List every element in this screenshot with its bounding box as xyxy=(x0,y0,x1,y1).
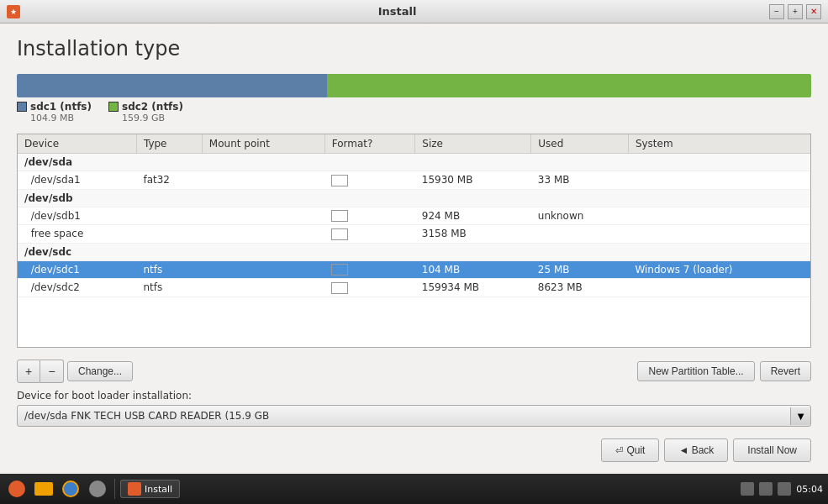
taskbar-app-files[interactable] xyxy=(32,477,55,501)
minimize-button[interactable]: − xyxy=(769,4,784,19)
taskbar-install-label: Install xyxy=(145,484,172,495)
cell-mount xyxy=(202,260,324,279)
window-title: Install xyxy=(25,5,769,18)
cell-device: free space xyxy=(18,225,136,244)
cell-system xyxy=(628,207,810,225)
volume-icon[interactable] xyxy=(741,482,754,496)
page-header: Installation type xyxy=(0,24,828,71)
legend-sdc1-size: 104.9 MB xyxy=(30,113,92,123)
legend-sdc2-label: sdc2 (ntfs) xyxy=(122,101,183,113)
col-system: System xyxy=(628,134,810,154)
cell-system xyxy=(628,279,810,297)
cell-used xyxy=(531,225,629,244)
cell-size: 15930 MB xyxy=(415,171,531,190)
partition-bar-section: sdc1 (ntfs) 104.9 MB sdc2 (ntfs) 159.9 G… xyxy=(17,74,811,123)
cell-mount xyxy=(202,279,324,297)
table-row[interactable]: /dev/sdc xyxy=(18,243,810,260)
taskbar-app-browser[interactable] xyxy=(59,477,82,501)
cell-system xyxy=(628,171,810,190)
table-row[interactable]: /dev/sdb xyxy=(18,189,810,207)
table-row[interactable]: /dev/sda1 fat32 15930 MB 33 MB xyxy=(18,171,810,190)
col-mount: Mount point xyxy=(202,134,324,154)
maximize-button[interactable]: + xyxy=(788,4,803,19)
group-device-label: /dev/sdc xyxy=(18,243,810,260)
close-button[interactable]: ✕ xyxy=(806,4,821,19)
col-used: Used xyxy=(531,134,629,154)
page-title: Installation type xyxy=(17,37,811,60)
partition-sdc2-bar xyxy=(327,74,811,97)
network-icon[interactable] xyxy=(759,482,773,496)
final-buttons-row: ⏎ Quit ◄ Back Install Now xyxy=(17,435,811,469)
battery-icon[interactable] xyxy=(778,482,791,496)
remove-partition-button[interactable]: − xyxy=(40,360,64,383)
cell-format[interactable] xyxy=(324,279,415,297)
cell-system xyxy=(628,225,810,244)
taskbar-app-ubuntu[interactable] xyxy=(5,477,29,501)
bootloader-value: /dev/sda FNK TECH USB CARD READER (15.9 … xyxy=(18,406,790,426)
cell-type: fat32 xyxy=(136,171,202,190)
new-partition-table-button[interactable]: New Partition Table... xyxy=(637,361,754,381)
format-checkbox[interactable] xyxy=(331,175,348,186)
table-row[interactable]: /dev/sda xyxy=(18,154,810,171)
bootloader-label: Device for boot loader installation: xyxy=(17,390,811,402)
cell-type: ntfs xyxy=(136,279,202,297)
cell-size: 3158 MB xyxy=(415,225,531,244)
legend-sdc1-color xyxy=(17,102,27,112)
legend-sdc1: sdc1 (ntfs) 104.9 MB xyxy=(17,101,92,123)
app-icon: ★ xyxy=(7,5,20,18)
cell-device: /dev/sda1 xyxy=(18,171,136,190)
add-partition-button[interactable]: + xyxy=(17,360,40,383)
install-taskbar-icon xyxy=(128,482,141,496)
partition-table: Device Type Mount point Format? Size Use… xyxy=(18,134,810,297)
cell-mount xyxy=(202,225,324,244)
partition-buttons-row: + − Change... New Partition Table... Rev… xyxy=(17,360,811,383)
window-controls: − + ✕ xyxy=(769,4,821,19)
cell-type xyxy=(136,207,202,225)
taskbar-clock: 05:04 xyxy=(796,484,823,495)
cell-device: /dev/sdb1 xyxy=(18,207,136,225)
cell-device: /dev/sdc2 xyxy=(18,279,136,297)
col-type: Type xyxy=(136,134,202,154)
taskbar-separator xyxy=(114,479,115,499)
bootloader-dropdown[interactable]: /dev/sda FNK TECH USB CARD READER (15.9 … xyxy=(17,405,811,427)
cell-format[interactable] xyxy=(324,171,415,190)
back-button[interactable]: ◄ Back xyxy=(664,438,728,462)
table-row[interactable]: /dev/sdc2 ntfs 159934 MB 8623 MB xyxy=(18,279,810,297)
table-row[interactable]: free space 3158 MB xyxy=(18,225,810,244)
install-label: Install Now xyxy=(747,444,797,456)
bootloader-arrow-icon[interactable]: ▼ xyxy=(790,407,810,425)
format-checkbox[interactable] xyxy=(331,264,348,276)
change-partition-button[interactable]: Change... xyxy=(67,361,133,381)
revert-button[interactable]: Revert xyxy=(760,361,811,381)
quit-button[interactable]: ⏎ Quit xyxy=(601,438,659,462)
format-checkbox[interactable] xyxy=(331,228,348,240)
cell-used: 25 MB xyxy=(531,260,629,279)
cell-format[interactable] xyxy=(324,260,415,279)
col-device: Device xyxy=(18,134,136,154)
format-checkbox[interactable] xyxy=(331,282,348,294)
col-size: Size xyxy=(415,134,531,154)
quit-icon: ⏎ xyxy=(615,445,623,456)
install-now-button[interactable]: Install Now xyxy=(733,438,811,462)
back-label: ◄ Back xyxy=(678,444,714,456)
cell-format[interactable] xyxy=(324,225,415,244)
settings-icon xyxy=(89,480,106,497)
cell-size: 159934 MB xyxy=(415,279,531,297)
format-checkbox[interactable] xyxy=(331,210,348,222)
legend-sdc2-color xyxy=(108,102,119,112)
cell-mount xyxy=(202,207,324,225)
cell-mount xyxy=(202,171,324,190)
legend-sdc1-label: sdc1 (ntfs) xyxy=(30,101,92,113)
quit-label: Quit xyxy=(626,444,645,456)
taskbar-app-settings[interactable] xyxy=(86,477,109,501)
cell-format[interactable] xyxy=(324,207,415,225)
cell-used: unknown xyxy=(531,207,629,225)
col-format: Format? xyxy=(324,134,415,154)
table-row[interactable]: /dev/sdc1 ntfs 104 MB 25 MB Windows 7 (l… xyxy=(18,260,810,279)
ubuntu-icon xyxy=(8,480,25,497)
taskbar-install-button[interactable]: Install xyxy=(120,480,180,498)
group-device-label: /dev/sdb xyxy=(18,189,810,207)
main-window: Installation type sdc1 (ntfs) 104.9 MB s… xyxy=(0,24,828,474)
table-header-row: Device Type Mount point Format? Size Use… xyxy=(18,134,810,154)
table-row[interactable]: /dev/sdb1 924 MB unknown xyxy=(18,207,810,225)
